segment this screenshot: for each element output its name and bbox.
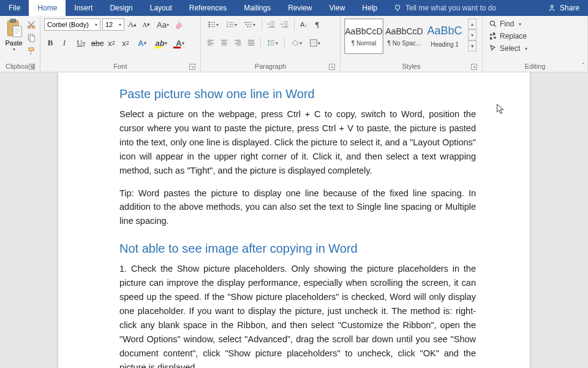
svg-point-17: [246, 24, 247, 25]
bucket-icon: [291, 39, 300, 47]
style-scroll-down[interactable]: ▾: [468, 29, 477, 40]
sort-button[interactable]: A↓: [298, 18, 310, 31]
align-right-button[interactable]: [232, 37, 244, 49]
paste-icon: [6, 18, 23, 38]
select-button[interactable]: Select ▾: [486, 43, 530, 54]
paste-button[interactable]: Paste ▾: [4, 17, 24, 52]
indent-icon: [281, 20, 289, 29]
font-name-combo[interactable]: Corbel (Body)▾: [44, 18, 100, 31]
clipboard-launcher[interactable]: [29, 64, 35, 70]
group-clipboard: Paste ▾ Clipboard: [0, 16, 40, 72]
heading-1: Paste picture show one line in Word: [119, 87, 476, 101]
align-left-button[interactable]: [205, 37, 217, 49]
subscript-button[interactable]: x2: [105, 37, 118, 49]
separator: [262, 19, 262, 30]
clear-formatting-button[interactable]: [173, 18, 186, 31]
heading-2: Not able to see image after copying in W…: [119, 242, 476, 256]
copy-button[interactable]: [26, 33, 36, 43]
chevron-down-icon: ▾: [95, 22, 97, 28]
chevron-down-icon: ▾: [519, 21, 521, 27]
cut-button[interactable]: [26, 20, 36, 29]
svg-rect-4: [13, 26, 21, 37]
chevron-down-icon: ▾: [119, 22, 121, 28]
tab-view[interactable]: View: [321, 0, 354, 16]
chevron-down-icon: ▾: [525, 46, 527, 52]
line-spacing-button[interactable]: ▾: [264, 37, 281, 49]
numbering-button[interactable]: 123▾: [223, 18, 240, 31]
svg-text:3: 3: [227, 25, 228, 28]
paste-label: Paste: [5, 39, 22, 47]
justify-button[interactable]: [245, 37, 257, 49]
tab-review[interactable]: Review: [279, 0, 320, 16]
text-effects-button[interactable]: A▾: [134, 37, 151, 49]
font-color-button[interactable]: A▾: [172, 37, 189, 49]
separator: [284, 37, 285, 48]
shrink-font-button[interactable]: A▾: [140, 18, 153, 31]
separator: [294, 19, 295, 30]
copy-icon: [26, 33, 36, 43]
decrease-indent-button[interactable]: [265, 18, 277, 31]
collapse-ribbon-button[interactable]: ˆ: [582, 62, 584, 69]
align-left-icon: [206, 39, 215, 47]
format-painter-button[interactable]: [26, 47, 36, 56]
strikethrough-button[interactable]: abc: [91, 37, 104, 49]
tab-layout[interactable]: Layout: [141, 0, 181, 16]
justify-icon: [247, 39, 255, 47]
spacer: [503, 0, 539, 16]
bullets-button[interactable]: ▾: [205, 18, 222, 31]
page[interactable]: Paste picture show one line in Word Sele…: [58, 72, 530, 368]
paragraph-launcher[interactable]: [329, 64, 335, 70]
show-marks-button[interactable]: ¶: [311, 18, 323, 31]
chevron-down-icon: ▾: [13, 47, 15, 52]
style-normal[interactable]: AaBbCcD ¶ Normal: [344, 18, 383, 54]
svg-point-20: [490, 21, 494, 25]
multilevel-icon: [244, 20, 253, 29]
group-paragraph: ▾ 123▾ ▾ A↓ ¶ ▾ ▾ ▾: [201, 16, 341, 72]
grow-font-button[interactable]: A▴: [126, 18, 138, 31]
group-label-paragraph: Paragraph: [205, 61, 336, 72]
paragraph: 1. Check the Show picture placeholders. …: [119, 262, 476, 368]
share-label: Share: [560, 4, 579, 12]
svg-rect-3: [10, 19, 15, 22]
tab-mailings[interactable]: Mailings: [235, 0, 279, 16]
style-expand[interactable]: ▾: [468, 40, 477, 52]
style-gallery: AaBbCcD ¶ Normal AaBbCcD ¶ No Spac... Aa…: [344, 18, 464, 54]
align-center-button[interactable]: [218, 37, 230, 49]
tell-me[interactable]: Tell me what you want to do: [386, 0, 503, 16]
style-no-spacing[interactable]: AaBbCcD ¶ No Spac...: [385, 18, 424, 54]
change-case-button[interactable]: Aa▾: [154, 18, 172, 31]
share-icon: [548, 4, 556, 12]
bold-button[interactable]: B: [44, 37, 56, 49]
document-area: Paste picture show one line in Word Sele…: [0, 72, 588, 368]
increase-indent-button[interactable]: [279, 18, 291, 31]
styles-launcher[interactable]: [471, 64, 477, 70]
group-font: Corbel (Body)▾ 12▾ A▴ A▾ Aa▾ B I U ▾ abc…: [40, 16, 201, 72]
svg-point-11: [208, 24, 209, 25]
tab-references[interactable]: References: [181, 0, 235, 16]
tab-home[interactable]: Home: [29, 0, 66, 16]
bullets-icon: [208, 20, 216, 29]
style-spinner: ▴ ▾ ▾: [468, 18, 477, 52]
superscript-button[interactable]: x2: [119, 37, 132, 49]
italic-button[interactable]: I: [58, 37, 70, 49]
tab-help[interactable]: Help: [353, 0, 386, 16]
tab-insert[interactable]: Insert: [66, 0, 101, 16]
tab-design[interactable]: Design: [101, 0, 141, 16]
group-label-editing: Editing: [486, 61, 584, 72]
replace-button[interactable]: ba Replace: [486, 31, 530, 42]
underline-button[interactable]: U ▾: [72, 37, 89, 49]
svg-text:b: b: [494, 33, 496, 36]
shading-button[interactable]: ▾: [288, 37, 305, 49]
search-icon: [489, 20, 497, 28]
tab-file[interactable]: File: [0, 0, 29, 16]
style-heading-1[interactable]: AaBbC Heading 1: [425, 18, 464, 54]
share-button[interactable]: Share: [539, 0, 588, 16]
style-scroll-up[interactable]: ▴: [468, 18, 477, 29]
eraser-icon: [175, 20, 184, 29]
highlight-button[interactable]: ab▾: [153, 37, 170, 49]
borders-button[interactable]: ▾: [306, 37, 323, 49]
font-launcher[interactable]: [189, 64, 195, 70]
find-button[interactable]: Find ▾: [486, 18, 530, 29]
multilevel-list-button[interactable]: ▾: [241, 18, 258, 31]
font-size-combo[interactable]: 12▾: [102, 18, 124, 31]
